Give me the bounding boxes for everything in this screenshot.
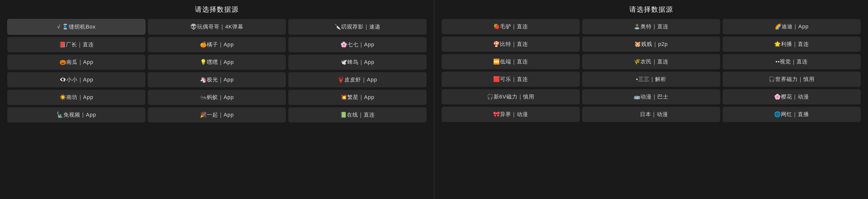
- right-grid-item-4[interactable]: 🐹贱贱｜p2p: [582, 37, 720, 52]
- left-grid-item-9[interactable]: 👁️‍🗨️小小｜App: [7, 72, 145, 87]
- right-grid-item-5[interactable]: 🌟利播｜直连: [723, 37, 861, 52]
- right-panel: 请选择数据源 🍓毛驴｜直连🏝️奥特｜直连🌈迪迪｜App🍄比特｜直连🐹贱贱｜p2p…: [434, 0, 868, 199]
- right-grid-item-2[interactable]: 🌈迪迪｜App: [723, 19, 861, 34]
- left-grid-item-15[interactable]: 🗽免视频｜App: [7, 107, 145, 123]
- left-panel-grid: √ 🧵缝纫机Box👽玩偶哥哥｜4K弹幕🔪叨观荐影｜速递📕厂长｜直连🍊橘子｜App…: [7, 19, 427, 123]
- left-grid-item-5[interactable]: 🌸七七｜App: [288, 37, 426, 52]
- right-grid-item-14[interactable]: 🌸樱花｜动漫: [723, 89, 861, 104]
- left-panel-title: 请选择数据源: [195, 5, 239, 14]
- left-grid-item-0[interactable]: √ 🧵缝纫机Box: [7, 19, 145, 35]
- right-grid-item-1[interactable]: 🏝️奥特｜直连: [582, 19, 720, 34]
- left-grid-item-16[interactable]: 🎉一起｜App: [148, 107, 286, 123]
- left-panel: 请选择数据源 √ 🧵缝纫机Box👽玩偶哥哥｜4K弹幕🔪叨观荐影｜速递📕厂长｜直连…: [0, 0, 434, 199]
- left-grid-item-17[interactable]: 📗在线｜直连: [288, 107, 426, 123]
- right-grid-item-7[interactable]: 🌾农民｜直连: [582, 54, 720, 69]
- right-grid-item-11[interactable]: 🎧世界磁力｜慎用: [723, 72, 861, 87]
- main-container: 请选择数据源 √ 🧵缝纫机Box👽玩偶哥哥｜4K弹幕🔪叨观荐影｜速递📕厂长｜直连…: [0, 0, 868, 199]
- right-grid-item-17[interactable]: 🌐网红｜直播: [723, 107, 861, 122]
- left-grid-item-11[interactable]: 🦞皮皮虾｜App: [288, 72, 426, 87]
- right-grid-item-6[interactable]: ⏮️低端｜直连: [442, 54, 580, 69]
- left-grid-item-8[interactable]: 🕊️蜂鸟｜App: [288, 55, 426, 70]
- left-grid-item-7[interactable]: 💡嘿嘿｜App: [148, 55, 286, 70]
- right-grid-item-12[interactable]: 🎧新6V磁力｜慎用: [442, 89, 580, 104]
- left-grid-item-10[interactable]: 🦄极光｜App: [148, 72, 286, 87]
- left-grid-item-2[interactable]: 🔪叨观荐影｜速递: [288, 19, 426, 35]
- left-grid-item-1[interactable]: 👽玩偶哥哥｜4K弹幕: [148, 19, 286, 35]
- left-grid-item-4[interactable]: 🍊橘子｜App: [148, 37, 286, 52]
- right-grid-item-9[interactable]: 🟥可乐｜直连: [442, 72, 580, 87]
- left-grid-item-13[interactable]: 🐜蚂蚁｜App: [148, 90, 286, 105]
- right-grid-item-3[interactable]: 🍄比特｜直连: [442, 37, 580, 52]
- right-grid-item-0[interactable]: 🍓毛驴｜直连: [442, 19, 580, 34]
- left-grid-item-12[interactable]: ☀️南坊｜App: [7, 90, 145, 105]
- right-grid-item-10[interactable]: ▪️三三｜解析: [582, 72, 720, 87]
- right-grid-item-8[interactable]: ••视觉｜直连: [723, 54, 861, 69]
- right-grid-item-13[interactable]: 🚌动漫｜巴士: [582, 89, 720, 104]
- right-grid-item-16[interactable]: 日本｜动漫: [582, 107, 720, 122]
- right-panel-grid: 🍓毛驴｜直连🏝️奥特｜直连🌈迪迪｜App🍄比特｜直连🐹贱贱｜p2p🌟利播｜直连⏮…: [442, 19, 861, 122]
- left-grid-item-14[interactable]: 💥繁星｜App: [288, 90, 426, 105]
- right-panel-title: 请选择数据源: [629, 5, 673, 14]
- right-grid-item-15[interactable]: 🎀异界｜动漫: [442, 107, 580, 122]
- left-grid-item-6[interactable]: 🎃南瓜｜App: [7, 55, 145, 70]
- left-grid-item-3[interactable]: 📕厂长｜直连: [7, 37, 145, 52]
